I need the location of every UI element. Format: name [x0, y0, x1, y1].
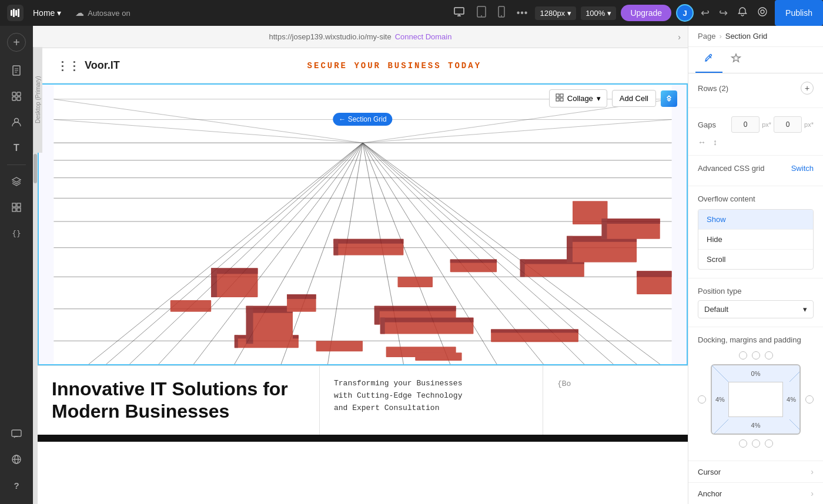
tablet-icon[interactable]: [474, 4, 489, 23]
right-panel: Page › Section Grid Rows (2) + Gaps: [688, 26, 823, 504]
gaps-section: Gaps 0 px* 0 px* ↔ ↕: [688, 108, 823, 156]
site-navbar: ⋮⋮ Voor.IT SECURE YOUR BUSINESS TODAY: [38, 48, 688, 83]
desktop-label: Desktop (Primary): [33, 47, 42, 153]
desktop-icon[interactable]: [451, 4, 467, 23]
svg-rect-65: [374, 306, 456, 311]
content-section: Innovative IT Solutions for Modern Busin…: [38, 365, 688, 435]
docking-radio-topright[interactable]: [765, 351, 773, 359]
svg-rect-19: [12, 208, 16, 211]
overflow-scroll[interactable]: Scroll: [698, 250, 813, 269]
svg-rect-86: [450, 260, 497, 263]
add-row-button[interactable]: +: [801, 82, 814, 95]
tab-interactions[interactable]: [722, 47, 750, 73]
collage-dropdown[interactable]: Collage ▾: [549, 89, 607, 107]
zoom-selector[interactable]: 100% ▾: [581, 6, 616, 20]
url-bar: https://josep139.wixstudio.io/my-site Co…: [33, 26, 688, 48]
hero-section[interactable]: Collage ▾ Add Cell ← Section Grid: [38, 83, 688, 365]
overflow-hide[interactable]: Hide: [698, 230, 813, 250]
autosave-icon: ☁: [75, 8, 84, 18]
rows-section: Rows (2) +: [688, 73, 823, 108]
svg-rect-99: [556, 94, 559, 97]
svg-rect-15: [17, 97, 21, 100]
page-wrapper: ⋮⋮ Voor.IT SECURE YOUR BUSINESS TODAY: [33, 48, 688, 504]
docking-radio-bottomleft[interactable]: [739, 439, 747, 448]
gap-vertical-input[interactable]: 0: [774, 116, 802, 133]
content-placeholder: {Bo: [557, 379, 571, 388]
notifications-icon[interactable]: [735, 4, 750, 22]
svg-rect-102: [560, 98, 563, 101]
preview-icon[interactable]: [755, 4, 770, 22]
breadcrumb-section: Section Grid: [725, 32, 768, 41]
redo-button[interactable]: ↪: [717, 4, 730, 22]
add-element-button[interactable]: +: [7, 33, 26, 52]
sidebar-item-code[interactable]: {}: [5, 221, 28, 245]
sidebar-item-layers[interactable]: [5, 170, 28, 193]
gap-horizontal-input[interactable]: 0: [731, 116, 760, 133]
svg-rect-68: [380, 318, 474, 322]
publish-button[interactable]: Publish: [775, 0, 823, 26]
position-chevron: ▾: [803, 305, 807, 314]
scroll-thumb[interactable]: [34, 154, 37, 183]
docking-label: Docking, margins and padding: [698, 335, 814, 344]
sidebar-item-grid[interactable]: [5, 196, 28, 219]
svg-rect-21: [12, 430, 21, 436]
user-avatar[interactable]: J: [676, 4, 694, 22]
svg-rect-18: [17, 203, 21, 207]
sidebar-item-components[interactable]: [5, 85, 28, 108]
device-switcher: •••: [451, 4, 531, 23]
autosave-status: ☁ Autosave on: [75, 8, 130, 18]
svg-point-10: [761, 10, 764, 14]
svg-rect-2: [15, 10, 17, 16]
docking-radio-bottomright[interactable]: [765, 439, 773, 448]
docking-radio-topcenter[interactable]: [752, 351, 760, 359]
wix-logo[interactable]: [7, 5, 24, 21]
upgrade-button[interactable]: Upgrade: [621, 5, 671, 21]
overflow-options: Show Hide Scroll: [698, 209, 814, 270]
svg-rect-98: [170, 300, 211, 312]
svg-rect-75: [246, 306, 253, 344]
position-select[interactable]: Default ▾: [698, 300, 814, 318]
docking-radio-middleleft[interactable]: [698, 395, 706, 404]
svg-rect-101: [556, 98, 559, 101]
docking-diagram: 0% 4% 4% 4%: [711, 364, 801, 435]
docking-radio-topleft[interactable]: [739, 351, 747, 359]
page-content: ⋮⋮ Voor.IT SECURE YOUR BUSINESS TODAY: [38, 48, 688, 504]
content-col-placeholder: {Bo: [543, 366, 688, 435]
canvas-viewport[interactable]: ⋮⋮ Voor.IT SECURE YOUR BUSINESS TODAY: [33, 48, 688, 504]
svg-line-106: [712, 419, 728, 434]
connect-domain-link[interactable]: Connect Domain: [395, 32, 452, 41]
mobile-icon[interactable]: [496, 4, 507, 23]
sidebar-item-globe[interactable]: [5, 448, 28, 471]
cursor-row[interactable]: Cursor ›: [688, 461, 823, 483]
rows-row: Rows (2) +: [698, 82, 814, 95]
home-nav[interactable]: Home ▾: [28, 6, 66, 20]
breadcrumb-page: Page: [698, 32, 715, 41]
sidebar-item-text[interactable]: T: [5, 136, 28, 160]
tab-design[interactable]: [695, 47, 722, 73]
collage-chevron: ▾: [597, 94, 601, 103]
collage-grid-icon: [556, 93, 564, 103]
add-cell-button[interactable]: Add Cell: [612, 90, 656, 107]
sidebar-item-pages[interactable]: [5, 59, 28, 82]
svg-rect-3: [18, 9, 19, 17]
section-grid-label[interactable]: ← Section Grid: [333, 113, 392, 126]
anchor-row[interactable]: Anchor ›: [688, 483, 823, 504]
sidebar-item-people[interactable]: [5, 110, 28, 134]
switch-link[interactable]: Switch: [791, 164, 814, 173]
sidebar-item-help[interactable]: ?: [5, 473, 28, 497]
undo-button[interactable]: ↩: [698, 4, 712, 22]
resolution-selector[interactable]: 1280px ▾: [535, 6, 576, 20]
url-bar-expand[interactable]: ›: [678, 32, 681, 42]
docking-radio-middleright[interactable]: [805, 395, 814, 404]
svg-rect-100: [560, 94, 563, 97]
svg-rect-20: [17, 208, 21, 211]
diamond-button[interactable]: [661, 90, 677, 107]
black-bottom-bar: [38, 435, 688, 442]
svg-rect-14: [12, 97, 16, 100]
more-icon[interactable]: •••: [514, 5, 531, 21]
content-col-desc: Transforming your Businesses with Cuttin…: [320, 366, 543, 435]
docking-radio-bottomcenter[interactable]: [752, 439, 760, 448]
sidebar-item-chat[interactable]: [5, 422, 28, 445]
svg-rect-17: [12, 203, 16, 207]
overflow-show[interactable]: Show: [698, 210, 813, 230]
